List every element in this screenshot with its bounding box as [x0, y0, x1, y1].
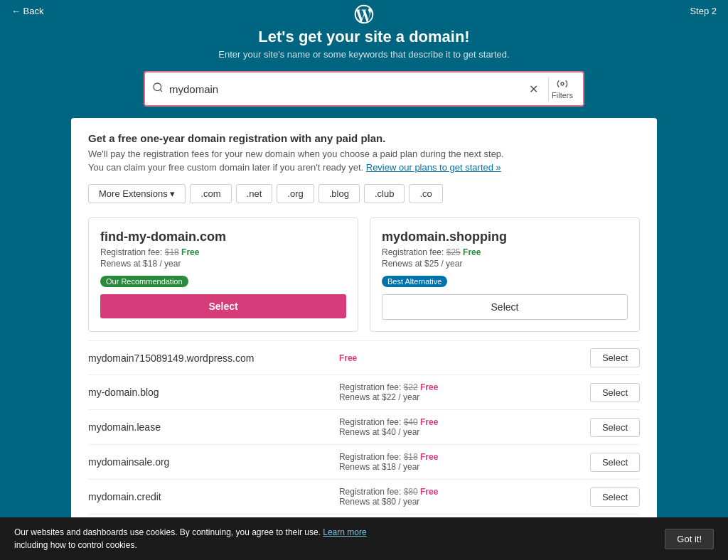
featured-domain-1-select-button[interactable]: Select [100, 294, 346, 318]
ext-blog-button[interactable]: .blog [318, 184, 360, 203]
promo-line2: You can claim your free custom domain la… [88, 162, 640, 173]
featured-domain-2-renews: Renews at $25 / year [382, 259, 628, 269]
domain-name: mydomainsale.org [88, 456, 339, 468]
page-title: Let's get your site a domain! [0, 28, 728, 46]
featured-domain-1-name: find-my-domain.com [100, 230, 346, 244]
domain-row: mydomain.lease Registration fee: $40 Fre… [88, 409, 640, 444]
featured-domain-1: find-my-domain.com Registration fee: $18… [88, 217, 358, 332]
search-container: mydomain ✕ Filters [0, 71, 728, 118]
domain-row: mydomainsale.org Registration fee: $18 F… [88, 444, 640, 479]
wordpress-logo [353, 3, 375, 28]
main-card: Get a free one-year domain registration … [71, 118, 657, 560]
domain-price: Registration fee: $18 Free Renews at $18… [339, 452, 590, 472]
domain-name: my-domain.blog [88, 387, 339, 398]
domain-price: Registration fee: $22 Free Renews at $22… [339, 382, 590, 402]
domain-name: mydomain.lease [88, 421, 339, 433]
ext-com-button[interactable]: .com [190, 184, 231, 203]
svg-point-2 [561, 82, 564, 85]
clear-search-button[interactable]: ✕ [528, 81, 540, 97]
ext-net-button[interactable]: .net [236, 184, 273, 203]
page-header: Let's get your site a domain! Enter your… [0, 22, 728, 71]
filters-button[interactable]: Filters [548, 77, 576, 101]
featured-domain-2-select-button[interactable]: Select [382, 294, 628, 320]
search-icon [152, 82, 164, 96]
review-plans-link[interactable]: Review our plans to get started » [366, 162, 501, 173]
promo-box: Get a free one-year domain registration … [88, 132, 640, 173]
cookie-banner: Our websites and dashboards use cookies.… [0, 517, 728, 560]
domain-select-button[interactable]: Select [590, 383, 640, 402]
step-label: Step 2 [690, 6, 717, 16]
promo-title: Get a free one-year domain registration … [88, 132, 640, 144]
alternative-badge: Best Alternative [382, 276, 447, 287]
domain-select-button[interactable]: Select [590, 348, 640, 367]
domain-price: Free [339, 353, 590, 363]
domain-select-button[interactable]: Select [590, 488, 640, 507]
search-box: mydomain ✕ Filters [144, 71, 584, 107]
search-input[interactable]: mydomain [169, 83, 522, 95]
domain-price: Registration fee: $40 Free Renews at $40… [339, 417, 590, 437]
featured-domain-2-name: mydomain.shopping [382, 230, 628, 244]
back-button[interactable]: ← Back [11, 6, 44, 16]
featured-domain-2-fee: Registration fee: $25 Free [382, 247, 628, 257]
page-subtitle: Enter your site's name or some keywords … [0, 49, 728, 60]
learn-more-link[interactable]: Learn more [323, 527, 366, 537]
svg-line-1 [160, 90, 162, 92]
ext-co-button[interactable]: .co [409, 184, 442, 203]
domain-name: mydomain715089149.wordpress.com [88, 352, 339, 364]
domain-row: my-domain.blog Registration fee: $22 Fre… [88, 375, 640, 409]
domain-select-button[interactable]: Select [590, 453, 640, 472]
domain-name: mydomain.credit [88, 491, 339, 502]
ext-club-button[interactable]: .club [364, 184, 405, 203]
domain-row: mydomain.credit Registration fee: $80 Fr… [88, 479, 640, 514]
more-extensions-button[interactable]: More Extensions ▾ [88, 184, 186, 203]
ext-org-button[interactable]: .org [277, 184, 314, 203]
domain-select-button[interactable]: Select [590, 418, 640, 437]
cookie-text: Our websites and dashboards use cookies.… [14, 526, 653, 551]
extensions-row: More Extensions ▾ .com .net .org .blog .… [88, 184, 640, 203]
featured-domain-1-fee: Registration fee: $18 Free [100, 247, 346, 257]
featured-domain-1-renews: Renews at $18 / year [100, 259, 346, 269]
promo-line1: We'll pay the registration fees for your… [88, 149, 640, 159]
recommendation-badge: Our Recommendation [100, 276, 188, 287]
domain-row: mydomain715089149.wordpress.com Free Sel… [88, 340, 640, 375]
svg-point-0 [154, 83, 161, 91]
featured-domains-row: find-my-domain.com Registration fee: $18… [88, 217, 640, 332]
featured-domain-2: mydomain.shopping Registration fee: $25 … [370, 217, 640, 332]
got-it-button[interactable]: Got it! [665, 529, 714, 549]
domain-price: Registration fee: $80 Free Renews at $80… [339, 487, 590, 507]
